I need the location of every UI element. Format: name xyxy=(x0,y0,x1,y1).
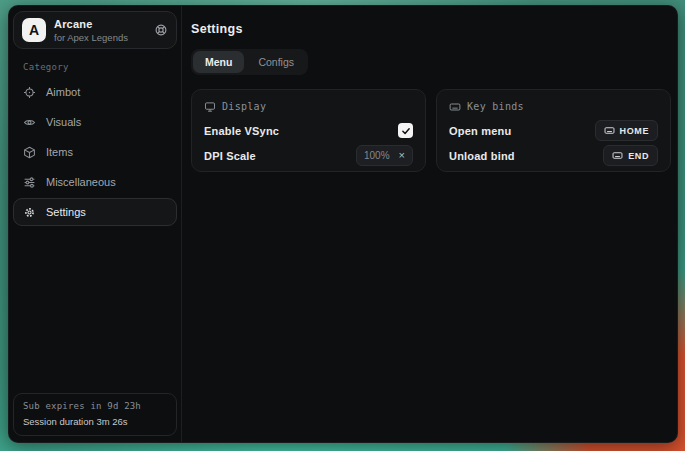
sidebar-item-label: Visuals xyxy=(46,116,81,128)
open-menu-keybind-button[interactable]: HOME xyxy=(595,120,658,141)
eye-icon xyxy=(23,116,36,129)
keybind-rows: Open menu HOME Unload xyxy=(449,120,658,166)
brand-text: Arcane for Apex Legends xyxy=(54,18,128,43)
sidebar: A Arcane for Apex Legends Category xyxy=(9,6,182,442)
crosshair-icon xyxy=(23,86,36,99)
tab-bar: Menu Configs xyxy=(191,49,308,75)
keyboard-icon xyxy=(449,101,461,113)
gear-icon xyxy=(23,206,36,219)
display-rows: Enable VSync DPI Scale 100% × xyxy=(204,120,413,166)
setting-label: DPI Scale xyxy=(204,150,256,162)
keyboard-icon xyxy=(612,150,623,161)
tab-configs[interactable]: Configs xyxy=(246,51,306,73)
sidebar-item-label: Settings xyxy=(46,206,86,218)
sidebar-item-visuals[interactable]: Visuals xyxy=(13,108,177,136)
unload-keybind-button[interactable]: END xyxy=(603,145,658,166)
keybinds-card-header: Key binds xyxy=(449,99,658,114)
setting-row-vsync: Enable VSync xyxy=(204,120,413,141)
settings-cards: Display Enable VSync DPI Sca xyxy=(191,89,671,172)
lifebuoy-icon[interactable] xyxy=(154,23,168,37)
sidebar-item-label: Items xyxy=(46,146,73,158)
sidebar-item-label: Miscellaneous xyxy=(46,176,116,188)
sidebar-item-items[interactable]: Items xyxy=(13,138,177,166)
desktop-background: A Arcane for Apex Legends Category xyxy=(0,0,685,451)
setting-label: Open menu xyxy=(449,125,511,137)
check-icon xyxy=(401,126,411,136)
sidebar-item-miscellaneous[interactable]: Miscellaneous xyxy=(13,168,177,196)
sidebar-item-label: Aimbot xyxy=(46,86,80,98)
session-duration-text: Session duration 3m 26s xyxy=(23,416,167,427)
category-label: Category xyxy=(23,62,177,72)
sliders-icon xyxy=(23,176,36,189)
display-card: Display Enable VSync DPI Sca xyxy=(191,89,426,172)
setting-row-dpi: DPI Scale 100% × xyxy=(204,145,413,166)
monitor-icon xyxy=(204,101,216,113)
cube-icon xyxy=(23,146,36,159)
main-content: Settings Menu Configs Display xyxy=(182,6,678,442)
setting-label: Enable VSync xyxy=(204,125,279,137)
app-logo: A xyxy=(22,18,46,42)
sub-expiry-text: Sub expires in 9d 23h xyxy=(23,401,167,411)
card-title: Display xyxy=(222,101,266,112)
dpi-scale-input[interactable]: 100% × xyxy=(356,145,413,166)
sidebar-spacer xyxy=(13,226,177,393)
tab-menu[interactable]: Menu xyxy=(193,51,244,73)
sidebar-item-aimbot[interactable]: Aimbot xyxy=(13,78,177,106)
dpi-scale-value: 100% xyxy=(364,150,390,161)
keybind-value: HOME xyxy=(620,126,649,136)
sidebar-nav: Aimbot Visuals xyxy=(13,78,177,226)
setting-label: Unload bind xyxy=(449,150,515,162)
setting-row-unload-bind: Unload bind END xyxy=(449,145,658,166)
setting-row-open-menu: Open menu HOME xyxy=(449,120,658,141)
keyboard-icon xyxy=(604,125,615,136)
clear-icon[interactable]: × xyxy=(399,150,405,161)
card-title: Key binds xyxy=(467,101,524,112)
app-window: A Arcane for Apex Legends Category xyxy=(8,5,678,443)
vsync-checkbox[interactable] xyxy=(398,123,413,138)
subscription-info: Sub expires in 9d 23h Session duration 3… xyxy=(13,393,177,436)
brand-name: Arcane xyxy=(54,18,128,30)
keybinds-card: Key binds Open menu HOME xyxy=(436,89,671,172)
brand-subtitle: for Apex Legends xyxy=(54,32,128,43)
sidebar-item-settings[interactable]: Settings xyxy=(13,198,177,226)
display-card-header: Display xyxy=(204,99,413,114)
page-title: Settings xyxy=(191,22,671,36)
keybind-value: END xyxy=(628,151,649,161)
brand-card: A Arcane for Apex Legends xyxy=(13,11,177,49)
